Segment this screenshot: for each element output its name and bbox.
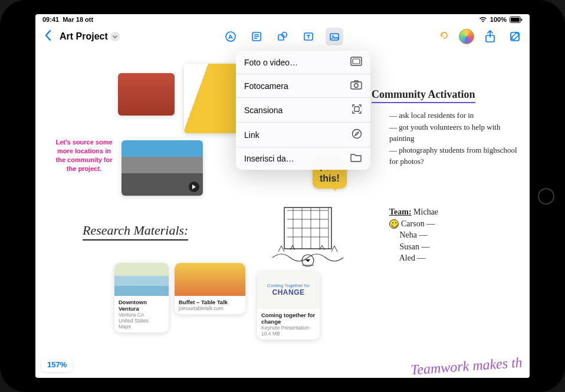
toolbar-center <box>222 28 343 45</box>
menu-item-label: Scansiona <box>244 106 282 115</box>
menu-item-scan[interactable]: Scansiona <box>236 98 370 123</box>
handwriting-community-list[interactable]: ask local residents for in got youth vol… <box>389 110 519 167</box>
insert-menu: Foto o video… Fotocamera Scansiona Link … <box>236 51 370 170</box>
text-tool-button[interactable] <box>300 28 317 45</box>
pink-text-note[interactable]: Let's source some more locations in the … <box>53 138 115 173</box>
undo-button[interactable] <box>436 29 452 44</box>
team-member: Michae <box>413 207 438 216</box>
menu-item-label: Link <box>244 130 259 140</box>
wifi-icon <box>479 17 487 22</box>
card-title: Downtown Ventura <box>119 299 165 312</box>
svg-rect-16 <box>354 107 359 111</box>
building-sketch[interactable] <box>267 202 349 272</box>
team-member: Carson <box>401 219 425 228</box>
toolbar: Art Project <box>35 25 530 48</box>
compass-icon <box>352 129 362 141</box>
logo-big: CHANGE <box>272 288 304 297</box>
note-tool-button[interactable] <box>248 28 265 45</box>
card-source: Maps <box>119 324 165 330</box>
team-member: Susan <box>400 242 419 251</box>
screen: 09:41 Mar 18 ott 100% Art Project <box>35 14 530 378</box>
play-icon <box>189 182 199 192</box>
shape-tool-button[interactable] <box>274 28 291 45</box>
card-title: Coming together for change <box>261 312 316 325</box>
folder-icon <box>350 153 362 164</box>
home-button[interactable] <box>538 188 554 205</box>
svg-point-15 <box>354 84 358 87</box>
menu-item-photo-video[interactable]: Foto o video… <box>236 51 370 74</box>
handwriting-team-list[interactable]: Team: Michae Carson — Neha — Susan — Ale… <box>389 206 438 264</box>
handwriting-teamwork[interactable]: Teamwork makes th <box>410 354 523 378</box>
card-subtitle: United States <box>119 318 165 324</box>
callout-text-2: this! <box>320 173 340 183</box>
board-title-button[interactable]: Art Project <box>60 31 120 42</box>
menu-item-label: Inserisci da… <box>244 154 294 163</box>
camera-icon <box>350 80 362 91</box>
buffet-thumbnail <box>175 263 245 296</box>
share-button[interactable] <box>481 28 499 45</box>
svg-point-9 <box>332 35 334 37</box>
svg-point-17 <box>353 130 362 139</box>
team-label: Team: <box>389 207 412 216</box>
list-item: ask local residents for in <box>389 110 519 121</box>
svg-rect-14 <box>351 82 362 89</box>
video-street-mural[interactable] <box>121 140 203 196</box>
status-date: Mar 18 ott <box>63 16 93 23</box>
compose-button[interactable] <box>506 28 524 45</box>
logo-top: Coming Together for <box>267 283 310 288</box>
handwriting-research-title[interactable]: Research Materials: <box>83 223 188 241</box>
handwriting-community-title[interactable]: Community Activation <box>372 88 475 103</box>
list-item: got youth volunteers to help with painti… <box>389 121 519 144</box>
pen-tool-button[interactable] <box>222 28 239 45</box>
menu-item-link[interactable]: Link <box>236 123 370 147</box>
battery-icon <box>510 17 523 23</box>
ipad-device-frame: 09:41 Mar 18 ott 100% Art Project <box>0 0 565 392</box>
svg-rect-13 <box>353 59 360 64</box>
photos-icon <box>350 57 362 68</box>
scan-icon <box>352 104 362 116</box>
toolbar-right <box>436 28 524 45</box>
keynote-thumbnail: Coming Together for CHANGE <box>257 271 320 309</box>
card-title: Buffet – Table Talk <box>179 299 241 305</box>
zoom-label: 157% <box>47 360 67 369</box>
chevron-down-icon <box>110 32 120 41</box>
menu-item-label: Foto o video… <box>244 58 298 67</box>
battery-percent: 100% <box>490 16 507 23</box>
zoom-level-button[interactable]: 157% <box>41 357 73 372</box>
menu-item-camera[interactable]: Fotocamera <box>236 74 370 98</box>
board-title-label: Art Project <box>60 31 108 42</box>
svg-rect-2 <box>521 18 523 21</box>
team-member: Neha <box>400 230 418 239</box>
list-item: photography students from highschool for… <box>389 144 519 167</box>
menu-item-label: Fotocamera <box>244 81 288 91</box>
map-thumbnail <box>114 263 169 296</box>
team-member: Aled <box>399 253 415 262</box>
card-subtitle: Keynote Presentation · 10.4 MB <box>261 325 316 337</box>
file-card-keynote[interactable]: Coming Together for CHANGE Coming togeth… <box>257 271 320 340</box>
back-button[interactable] <box>41 28 55 45</box>
svg-rect-5 <box>278 35 284 40</box>
link-card-buffet[interactable]: Buffet – Table Talk joinourtabletalk.com <box>175 263 245 314</box>
status-bar: 09:41 Mar 18 ott 100% <box>35 14 530 25</box>
svg-rect-1 <box>511 18 520 22</box>
status-time: 09:41 <box>42 16 59 23</box>
media-insert-button[interactable] <box>326 28 343 45</box>
link-card-map[interactable]: Downtown Ventura Ventura CA United State… <box>114 263 169 332</box>
card-subtitle: Ventura CA <box>119 312 165 318</box>
color-palette-button[interactable] <box>459 29 474 44</box>
photo-brick-wall[interactable] <box>118 73 175 116</box>
svg-point-3 <box>226 32 235 41</box>
smiley-icon <box>389 219 399 229</box>
card-subtitle: joinourtabletalk.com <box>179 305 241 311</box>
photo-yellow-building[interactable] <box>184 64 239 133</box>
svg-rect-8 <box>330 34 339 40</box>
menu-item-insert-from[interactable]: Inserisci da… <box>236 147 370 170</box>
